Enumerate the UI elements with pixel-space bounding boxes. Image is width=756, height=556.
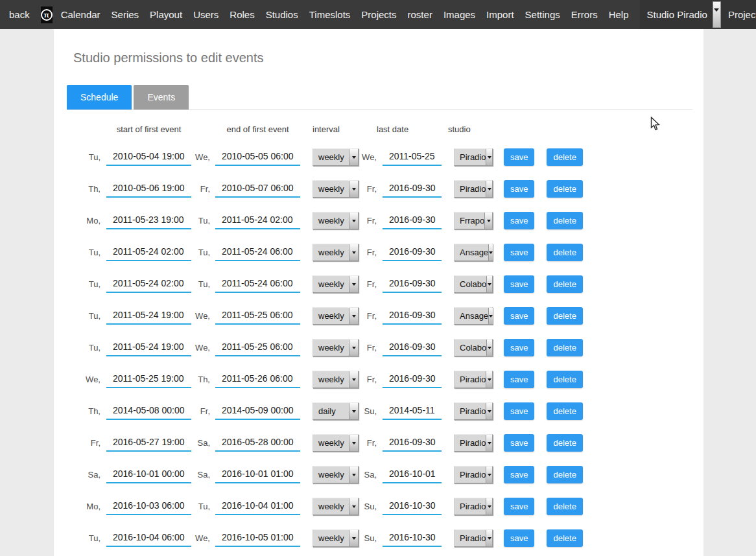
start-datetime-input[interactable] bbox=[106, 307, 191, 325]
studio-row-select[interactable]: Piradio bbox=[454, 498, 493, 515]
save-button[interactable]: save bbox=[504, 244, 534, 261]
end-datetime-input[interactable] bbox=[215, 498, 300, 515]
last-date-input[interactable] bbox=[383, 212, 442, 229]
interval-select[interactable]: weekly bbox=[313, 466, 359, 483]
nav-item-projects[interactable]: Projects bbox=[361, 9, 396, 20]
last-date-input[interactable] bbox=[383, 498, 442, 515]
delete-button[interactable]: delete bbox=[547, 275, 582, 293]
save-button[interactable]: save bbox=[504, 275, 534, 293]
last-date-input[interactable] bbox=[383, 434, 442, 452]
studio-row-select[interactable]: Piradio bbox=[454, 434, 493, 452]
interval-select[interactable]: weekly bbox=[313, 148, 359, 166]
pi-radio-logo-icon[interactable]: π bbox=[41, 6, 53, 23]
last-date-input[interactable] bbox=[383, 529, 442, 547]
end-datetime-input[interactable] bbox=[215, 434, 300, 452]
start-datetime-input[interactable] bbox=[106, 244, 191, 261]
delete-button[interactable]: delete bbox=[547, 371, 582, 388]
save-button[interactable]: save bbox=[504, 466, 534, 483]
nav-item-import[interactable]: Import bbox=[486, 9, 514, 20]
studio-row-select[interactable]: Piradio bbox=[454, 148, 493, 166]
last-date-input[interactable] bbox=[383, 339, 442, 356]
interval-select[interactable]: weekly bbox=[313, 498, 359, 515]
save-button[interactable]: save bbox=[504, 148, 534, 166]
last-date-input[interactable] bbox=[383, 371, 442, 388]
studio-row-select[interactable]: Piradio bbox=[454, 180, 493, 198]
nav-item-roster[interactable]: roster bbox=[408, 9, 432, 20]
studio-row-select[interactable]: Piradio bbox=[454, 529, 493, 547]
save-button[interactable]: save bbox=[504, 307, 534, 325]
project-select[interactable]: Project 88vier bbox=[721, 0, 756, 29]
delete-button[interactable]: delete bbox=[547, 148, 582, 166]
save-button[interactable]: save bbox=[504, 212, 534, 229]
save-button[interactable]: save bbox=[504, 529, 534, 547]
delete-button[interactable]: delete bbox=[547, 212, 582, 229]
last-date-input[interactable] bbox=[383, 180, 442, 198]
end-datetime-input[interactable] bbox=[215, 244, 300, 261]
save-button[interactable]: save bbox=[504, 402, 534, 420]
save-button[interactable]: save bbox=[504, 180, 534, 198]
end-datetime-input[interactable] bbox=[215, 275, 300, 293]
back-link[interactable]: back bbox=[9, 9, 30, 20]
nav-item-users[interactable]: Users bbox=[193, 9, 219, 20]
start-datetime-input[interactable] bbox=[106, 180, 191, 198]
last-date-input[interactable] bbox=[383, 275, 442, 293]
end-datetime-input[interactable] bbox=[215, 402, 300, 420]
delete-button[interactable]: delete bbox=[547, 180, 582, 198]
end-datetime-input[interactable] bbox=[215, 466, 300, 483]
delete-button[interactable]: delete bbox=[547, 434, 582, 452]
delete-button[interactable]: delete bbox=[547, 466, 582, 483]
nav-item-timeslots[interactable]: Timeslots bbox=[309, 9, 351, 20]
studio-row-select[interactable]: Piradio bbox=[454, 402, 493, 420]
start-datetime-input[interactable] bbox=[106, 434, 191, 452]
start-datetime-input[interactable] bbox=[106, 339, 191, 356]
delete-button[interactable]: delete bbox=[547, 529, 582, 547]
nav-item-playout[interactable]: Playout bbox=[150, 9, 182, 20]
start-datetime-input[interactable] bbox=[106, 529, 191, 547]
interval-select[interactable]: weekly bbox=[313, 307, 359, 325]
studio-row-select[interactable]: Colabo bbox=[454, 339, 493, 356]
save-button[interactable]: save bbox=[504, 339, 534, 356]
start-datetime-input[interactable] bbox=[106, 371, 191, 388]
nav-item-images[interactable]: Images bbox=[443, 9, 475, 20]
start-datetime-input[interactable] bbox=[106, 275, 191, 293]
last-date-input[interactable] bbox=[383, 307, 442, 325]
studio-row-select[interactable]: Ansage bbox=[454, 307, 493, 325]
end-datetime-input[interactable] bbox=[215, 339, 300, 356]
save-button[interactable]: save bbox=[504, 371, 534, 388]
end-datetime-input[interactable] bbox=[215, 529, 300, 547]
last-date-input[interactable] bbox=[383, 402, 442, 420]
last-date-input[interactable] bbox=[383, 244, 442, 261]
start-datetime-input[interactable] bbox=[106, 498, 191, 515]
studio-select[interactable]: Studio Piradio bbox=[640, 0, 721, 29]
end-datetime-input[interactable] bbox=[215, 371, 300, 388]
studio-row-select[interactable]: Piradio bbox=[454, 466, 493, 483]
interval-select[interactable]: weekly bbox=[313, 434, 359, 452]
delete-button[interactable]: delete bbox=[547, 339, 582, 356]
studio-row-select[interactable]: Frrapo bbox=[454, 212, 493, 229]
interval-select[interactable]: daily bbox=[313, 402, 359, 420]
start-datetime-input[interactable] bbox=[106, 212, 191, 229]
studio-row-select[interactable]: Colabo bbox=[454, 275, 493, 293]
end-datetime-input[interactable] bbox=[215, 212, 300, 229]
studio-row-select[interactable]: Piradio bbox=[454, 371, 493, 388]
nav-item-series[interactable]: Series bbox=[112, 9, 139, 20]
tab-events[interactable]: Events bbox=[134, 85, 189, 110]
nav-item-settings[interactable]: Settings bbox=[525, 9, 560, 20]
save-button[interactable]: save bbox=[504, 434, 534, 452]
nav-item-studios[interactable]: Studios bbox=[266, 9, 298, 20]
interval-select[interactable]: weekly bbox=[313, 275, 359, 293]
start-datetime-input[interactable] bbox=[106, 466, 191, 483]
start-datetime-input[interactable] bbox=[106, 402, 191, 420]
end-datetime-input[interactable] bbox=[215, 148, 300, 166]
nav-item-roles[interactable]: Roles bbox=[230, 9, 254, 20]
interval-select[interactable]: weekly bbox=[313, 244, 359, 261]
nav-item-errors[interactable]: Errors bbox=[571, 9, 598, 20]
delete-button[interactable]: delete bbox=[547, 244, 582, 261]
save-button[interactable]: save bbox=[504, 498, 534, 515]
tab-schedule[interactable]: Schedule bbox=[67, 85, 132, 110]
last-date-input[interactable] bbox=[383, 466, 442, 483]
interval-select[interactable]: weekly bbox=[313, 371, 359, 388]
interval-select[interactable]: weekly bbox=[313, 529, 359, 547]
delete-button[interactable]: delete bbox=[547, 402, 582, 420]
interval-select[interactable]: weekly bbox=[313, 212, 359, 229]
